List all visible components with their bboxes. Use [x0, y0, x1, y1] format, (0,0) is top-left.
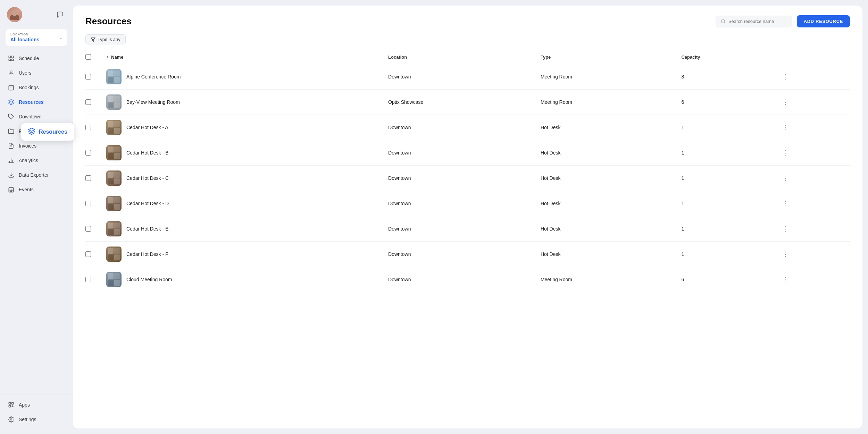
resource-cell: Cedar Hot Desk - B	[106, 145, 377, 160]
more-button-2[interactable]: ⋮	[780, 123, 792, 132]
sidebar-item-users[interactable]: Users	[3, 66, 70, 80]
resource-capacity: 1	[676, 242, 774, 267]
table-row: Alpine Conference Room Downtown Meeting …	[85, 64, 850, 90]
filter-label: Type is any	[98, 37, 120, 42]
svg-rect-23	[12, 402, 14, 404]
cube-icon	[8, 99, 15, 106]
row-checkbox-7[interactable]	[85, 251, 91, 257]
sidebar-item-events[interactable]: Events	[3, 183, 70, 197]
filter-bar: Type is any	[73, 34, 862, 50]
folder-icon	[8, 128, 15, 135]
type-column-header: Type	[535, 50, 676, 64]
sidebar-item-users-label: Users	[19, 70, 32, 76]
more-button-6[interactable]: ⋮	[780, 224, 792, 233]
resource-name: Cedar Hot Desk - A	[126, 125, 168, 130]
resource-location: Downtown	[383, 64, 535, 90]
sidebar-item-resources[interactable]: Resources	[3, 95, 70, 109]
chat-button[interactable]	[54, 9, 66, 20]
resource-thumb	[106, 145, 122, 160]
resource-name: Bay-View Meeting Room	[126, 99, 180, 105]
select-all-checkbox[interactable]	[85, 54, 91, 60]
star-calendar-icon	[8, 186, 15, 193]
resource-type: Hot Desk	[535, 191, 676, 216]
resource-thumb	[106, 272, 122, 287]
sidebar-item-data-exporter[interactable]: Data Exporter	[3, 168, 70, 182]
row-checkbox-5[interactable]	[85, 201, 91, 206]
row-checkbox-6[interactable]	[85, 226, 91, 232]
resource-thumb	[106, 170, 122, 186]
resource-capacity: 8	[676, 64, 774, 90]
resource-capacity: 1	[676, 140, 774, 166]
download-icon	[8, 172, 15, 178]
sidebar-item-resources-label: Resources	[19, 99, 44, 105]
more-button-4[interactable]: ⋮	[780, 174, 792, 183]
tag-icon	[8, 113, 15, 120]
table-row: Cedar Hot Desk - E Downtown Hot Desk 1 ⋮	[85, 216, 850, 242]
resource-type: Meeting Room	[535, 64, 676, 90]
sidebar-item-products-label: Downtown	[19, 114, 41, 119]
svg-line-27	[724, 22, 725, 23]
resource-location: Downtown	[383, 191, 535, 216]
person-icon	[8, 69, 15, 76]
name-column-header: ↑ Name	[106, 55, 377, 60]
row-checkbox-8[interactable]	[85, 277, 91, 282]
search-box[interactable]	[716, 16, 792, 27]
location-selector[interactable]: LOCATION All locations ⌵	[6, 29, 67, 46]
more-button-1[interactable]: ⋮	[780, 98, 792, 107]
more-button-0[interactable]: ⋮	[780, 72, 792, 81]
resources-tooltip-label: Resources	[39, 129, 67, 135]
more-button-7[interactable]: ⋮	[780, 250, 792, 259]
sidebar-item-data-exporter-label: Data Exporter	[19, 172, 49, 178]
sidebar-item-analytics[interactable]: Analytics	[3, 153, 70, 167]
resource-location: Downtown	[383, 140, 535, 166]
sidebar-item-schedule-label: Schedule	[19, 56, 39, 61]
resource-location: Downtown	[383, 267, 535, 292]
resource-name: Cedar Hot Desk - C	[126, 175, 169, 181]
row-checkbox-1[interactable]	[85, 99, 91, 105]
resource-capacity: 1	[676, 166, 774, 191]
more-button-8[interactable]: ⋮	[780, 275, 792, 284]
filter-chip[interactable]: Type is any	[85, 34, 126, 44]
resource-cell: Cedar Hot Desk - C	[106, 170, 377, 186]
sidebar-item-events-label: Events	[19, 187, 34, 192]
more-button-5[interactable]: ⋮	[780, 199, 792, 208]
sidebar-item-bookings[interactable]: Bookings	[3, 81, 70, 94]
more-button-3[interactable]: ⋮	[780, 148, 792, 157]
page-header: Resources ADD RESOURCE	[73, 6, 862, 34]
svg-rect-24	[9, 406, 10, 407]
resources-table: ↑ Name Location Type Capacity	[85, 50, 850, 292]
svg-point-26	[721, 19, 725, 23]
sidebar-item-products[interactable]: Downtown	[3, 110, 70, 124]
row-checkbox-0[interactable]	[85, 74, 91, 80]
chart-icon	[8, 157, 15, 164]
row-checkbox-2[interactable]	[85, 125, 91, 130]
sidebar-top	[0, 7, 73, 29]
page-title: Resources	[85, 16, 132, 27]
row-checkbox-3[interactable]	[85, 150, 91, 156]
resource-capacity: 6	[676, 90, 774, 115]
resource-type: Meeting Room	[535, 267, 676, 292]
resource-location: Downtown	[383, 242, 535, 267]
row-checkbox-4[interactable]	[85, 175, 91, 181]
search-input[interactable]	[728, 19, 787, 24]
resource-type: Hot Desk	[535, 216, 676, 242]
sidebar-item-invoices-label: Invoices	[19, 143, 36, 149]
sidebar: LOCATION All locations ⌵ Schedule Users	[0, 0, 73, 434]
svg-rect-1	[12, 56, 14, 58]
sidebar-item-schedule[interactable]: Schedule	[3, 51, 70, 65]
add-resource-button[interactable]: ADD RESOURCE	[797, 15, 850, 27]
filter-icon	[91, 37, 95, 42]
table-row: Cloud Meeting Room Downtown Meeting Room…	[85, 267, 850, 292]
main-content: Resources ADD RESOURCE Type is any	[73, 6, 862, 428]
header-actions: ADD RESOURCE	[716, 15, 850, 27]
resource-thumb	[106, 94, 122, 110]
resource-name: Alpine Conference Room	[126, 74, 181, 80]
sidebar-item-apps[interactable]: Apps	[3, 398, 70, 412]
cube-tooltip-icon	[28, 127, 35, 136]
resource-capacity: 1	[676, 115, 774, 140]
sidebar-item-settings[interactable]: Settings	[3, 412, 70, 426]
resource-cell: Cedar Hot Desk - D	[106, 196, 377, 211]
sidebar-item-invoices[interactable]: Invoices	[3, 139, 70, 153]
avatar[interactable]	[7, 7, 22, 22]
resources-tooltip: Resources	[21, 123, 74, 141]
